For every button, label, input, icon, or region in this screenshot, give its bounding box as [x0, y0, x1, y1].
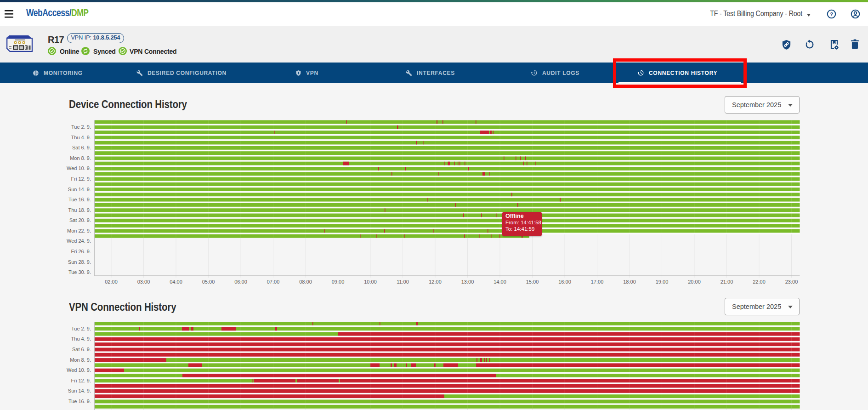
svg-text:Sun 28. 9.: Sun 28. 9.	[68, 259, 91, 265]
svg-text:Sat 6. 9.: Sat 6. 9.	[72, 347, 91, 352]
svg-text:08:00: 08:00	[299, 279, 312, 285]
svg-text:Sun 14. 9.: Sun 14. 9.	[68, 388, 91, 393]
svg-text:Sat 6. 9.: Sat 6. 9.	[72, 145, 91, 150]
svg-text:Sat 20. 9.: Sat 20. 9.	[69, 217, 91, 223]
svg-text:21:00: 21:00	[720, 279, 733, 285]
svg-text:Mon 8. 9.: Mon 8. 9.	[70, 357, 91, 363]
svg-text:03:00: 03:00	[137, 279, 150, 285]
svg-text:23:00: 23:00	[785, 279, 798, 285]
svg-text:09:00: 09:00	[332, 279, 345, 285]
svg-text:10:00: 10:00	[364, 279, 377, 285]
svg-text:Tue 16. 9.: Tue 16. 9.	[68, 399, 91, 404]
svg-text:05:00: 05:00	[202, 279, 215, 285]
svg-text:Thu 4. 9.: Thu 4. 9.	[71, 135, 91, 140]
svg-text:Thu 18. 9.: Thu 18. 9.	[68, 207, 91, 213]
svg-text:Mon 8. 9.: Mon 8. 9.	[70, 155, 91, 161]
svg-text:11:00: 11:00	[397, 279, 409, 285]
svg-text:Tue 30. 9.: Tue 30. 9.	[68, 269, 91, 275]
svg-text:15:00: 15:00	[526, 279, 539, 285]
svg-text:20:00: 20:00	[688, 279, 701, 285]
svg-text:14:00: 14:00	[494, 279, 506, 285]
svg-text:Tue 2. 9.: Tue 2. 9.	[71, 326, 91, 331]
svg-text:Fri 12. 9.: Fri 12. 9.	[71, 176, 91, 182]
svg-text:Fri 12. 9.: Fri 12. 9.	[71, 378, 91, 383]
svg-text:13:00: 13:00	[461, 279, 474, 285]
svg-text:22:00: 22:00	[753, 279, 766, 285]
svg-text:06:00: 06:00	[234, 279, 247, 285]
svg-text:17:00: 17:00	[591, 279, 604, 285]
svg-text:12:00: 12:00	[429, 279, 442, 285]
svg-text:19:00: 19:00	[656, 279, 669, 285]
svg-text:Sun 14. 9.: Sun 14. 9.	[68, 187, 91, 192]
svg-text:16:00: 16:00	[558, 279, 571, 285]
svg-text:Tue 2. 9.: Tue 2. 9.	[71, 124, 91, 130]
svg-text:Fri 26. 9.: Fri 26. 9.	[71, 249, 91, 254]
svg-text:Wed 24. 9.: Wed 24. 9.	[67, 238, 91, 244]
svg-text:02:00: 02:00	[105, 279, 118, 285]
svg-text:Tue 16. 9.: Tue 16. 9.	[68, 197, 91, 202]
svg-text:07:00: 07:00	[267, 279, 280, 285]
svg-text:Wed 10. 9.: Wed 10. 9.	[67, 367, 91, 373]
svg-text:Thu 4. 9.: Thu 4. 9.	[71, 336, 91, 342]
svg-text:04:00: 04:00	[170, 279, 182, 285]
svg-text:Mon 22. 9.: Mon 22. 9.	[67, 228, 91, 233]
svg-text:Wed 10. 9.: Wed 10. 9.	[67, 165, 91, 171]
svg-text:18:00: 18:00	[623, 279, 636, 285]
